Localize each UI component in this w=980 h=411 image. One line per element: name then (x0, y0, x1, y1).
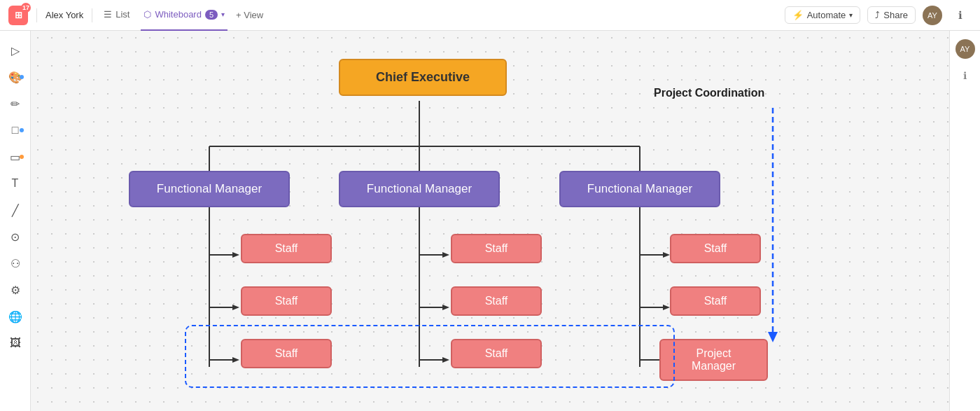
list-tab-label: List (115, 9, 130, 20)
list-icon: ☰ (104, 9, 112, 20)
spaces-icon[interactable]: ⊞ 17 (8, 6, 28, 25)
tab-whiteboard[interactable]: ⬡ Whiteboard 5 ▾ (141, 0, 227, 31)
sidebar: ▷ 🎨 ✏ □ ▭ T ╱ ⊙ ⚇ ⚙ 🌐 🖼 (0, 31, 31, 411)
paint-dot (20, 75, 24, 79)
staff-fm1-3-box[interactable]: Staff (241, 339, 332, 368)
automate-label: Automate (807, 10, 846, 20)
sticky-dot (20, 155, 24, 159)
share-button[interactable]: ⤴ Share (867, 6, 916, 24)
globe-tool[interactable]: 🌐 (4, 305, 27, 328)
svg-marker-11 (232, 357, 239, 363)
project-manager-box[interactable]: Project Manager (659, 339, 768, 381)
whiteboard-icon: ⬡ (144, 9, 151, 20)
divider (36, 8, 37, 22)
functional-manager-3-box[interactable]: Functional Manager (559, 171, 720, 207)
avatar-initials: AY (927, 11, 937, 20)
staff-fm1-2-box[interactable]: Staff (241, 286, 332, 316)
staff-fm3-1-box[interactable]: Staff (670, 234, 761, 263)
text-tool[interactable]: T (4, 172, 27, 195)
avatar-right[interactable]: AY (955, 39, 975, 59)
staff-fm1-2-label: Staff (275, 295, 298, 307)
connector-tool[interactable]: ⊙ (4, 225, 27, 248)
line-tool[interactable]: ╱ (4, 199, 27, 221)
add-view-label: + View (236, 10, 263, 20)
staff-fm1-1-label: Staff (275, 242, 298, 254)
svg-marker-14 (442, 252, 449, 258)
staff-fm2-1-box[interactable]: Staff (451, 234, 542, 263)
canvas[interactable]: Chief Executive Functional Manager Funct… (31, 31, 980, 411)
staff-fm2-2-box[interactable]: Staff (451, 286, 542, 316)
staff-fm1-3-label: Staff (275, 347, 298, 359)
paint-tool[interactable]: 🎨 (4, 66, 27, 88)
staff-fm2-3-box[interactable]: Staff (451, 339, 542, 368)
svg-marker-27 (768, 332, 778, 342)
functional-manager-2-box[interactable]: Functional Manager (339, 171, 500, 207)
svg-marker-7 (232, 252, 239, 258)
right-panel: AY ℹ (949, 31, 980, 411)
project-manager-label: Project Manager (692, 347, 736, 372)
add-view-button[interactable]: + View (236, 10, 263, 20)
staff-fm3-2-box[interactable]: Staff (670, 286, 761, 316)
svg-marker-18 (442, 357, 449, 363)
notification-badge: 17 (21, 3, 31, 13)
whiteboard-count: 5 (205, 10, 218, 20)
automate-chevron-icon: ▾ (849, 11, 853, 19)
cursor-tool[interactable]: ▷ (4, 39, 27, 62)
functional-manager-1-label: Functional Manager (157, 182, 262, 195)
staff-fm1-1-box[interactable]: Staff (241, 234, 332, 263)
staff-fm3-2-label: Staff (704, 295, 727, 307)
info-button[interactable]: ℹ (949, 4, 972, 27)
shape-dot (20, 128, 24, 132)
shape-icon: □ (12, 124, 19, 137)
automate-icon: ⚡ (792, 10, 804, 20)
functional-manager-2-label: Functional Manager (367, 182, 472, 195)
sticky-tool[interactable]: ▭ (4, 146, 27, 168)
svg-marker-21 (663, 252, 670, 258)
network-tool[interactable]: ⚇ (4, 252, 27, 274)
info-right[interactable]: ℹ (954, 64, 976, 87)
chief-executive-box[interactable]: Chief Executive (339, 59, 507, 96)
topbar-left: ⊞ 17 Alex York ☰ List ⬡ Whiteboard 5 ▾ +… (8, 0, 263, 31)
staff-fm2-2-label: Staff (485, 295, 508, 307)
topbar-right: ⚡ Automate ▾ ⤴ Share AY ℹ (785, 4, 972, 27)
svg-marker-23 (663, 305, 670, 310)
project-coordination-label: Project Coordination (654, 87, 764, 99)
automate-button[interactable]: ⚡ Automate ▾ (785, 6, 861, 24)
staff-fm2-1-label: Staff (485, 242, 508, 254)
pencil-tool[interactable]: ✏ (4, 92, 27, 115)
share-icon: ⤴ (875, 10, 880, 20)
settings-tool[interactable]: ⚙ (4, 279, 27, 301)
chevron-down-icon[interactable]: ▾ (221, 11, 225, 18)
share-label: Share (883, 10, 908, 20)
topbar: ⊞ 17 Alex York ☰ List ⬡ Whiteboard 5 ▾ +… (0, 0, 980, 31)
tab-list[interactable]: ☰ List (101, 0, 132, 31)
svg-marker-9 (232, 305, 239, 310)
svg-marker-16 (442, 305, 449, 310)
avatar[interactable]: AY (923, 6, 942, 25)
chief-executive-label: Chief Executive (376, 70, 470, 84)
staff-fm2-3-label: Staff (485, 347, 508, 359)
functional-manager-3-label: Functional Manager (587, 182, 692, 195)
shape-tool[interactable]: □ (4, 119, 27, 141)
user-name: Alex York (46, 10, 83, 20)
functional-manager-1-box[interactable]: Functional Manager (129, 171, 290, 207)
image-tool[interactable]: 🖼 (4, 332, 27, 354)
divider2 (92, 8, 92, 22)
staff-fm3-1-label: Staff (704, 242, 727, 254)
whiteboard-tab-label: Whiteboard (155, 9, 201, 20)
